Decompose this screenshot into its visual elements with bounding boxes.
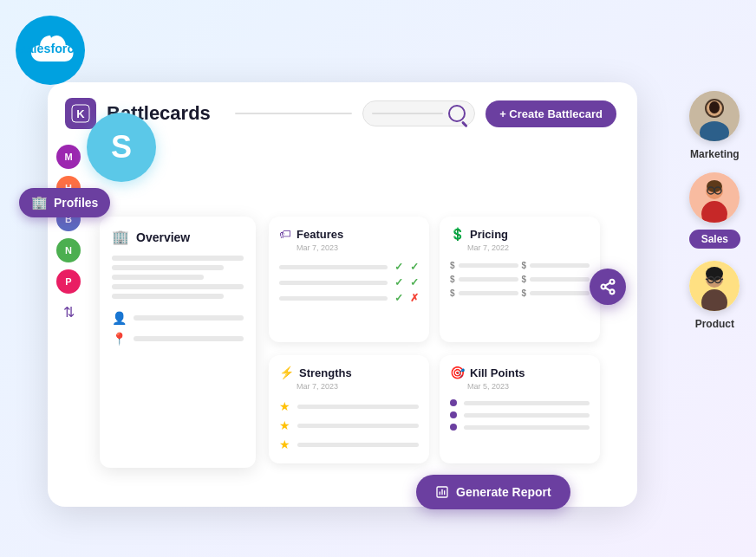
bullet-line-3: [464, 425, 590, 430]
marketing-avatar: [689, 91, 740, 141]
dollar-4: $: [522, 275, 527, 284]
star-line-1: [297, 405, 419, 409]
features-date: Mar 7, 2023: [279, 243, 419, 252]
sales-pill: Sales: [689, 230, 740, 249]
strengths-date: Mar 7, 2023: [279, 382, 419, 391]
expand-icon[interactable]: ⇅: [63, 304, 75, 321]
overview-line-3: [112, 275, 204, 280]
dollar-6: $: [522, 288, 527, 298]
price-line-4: [530, 277, 590, 282]
price-row-2: $ $: [450, 275, 590, 284]
sales-card: Sales: [689, 172, 740, 249]
kill-points-header: 🎯 Kill Points: [450, 366, 590, 379]
svg-line-32: [721, 279, 724, 280]
profiles-pill-icon: 🏢: [31, 195, 48, 210]
profiles-pill[interactable]: 🏢 Profiles: [19, 188, 110, 217]
svg-line-6: [605, 288, 610, 290]
star-1: ★: [279, 399, 290, 413]
s-letter: S: [111, 129, 132, 165]
sidebar-avatar-m[interactable]: M: [56, 145, 81, 169]
price-line-3: [459, 277, 518, 282]
pricing-table: $ $ $ $ $ $: [450, 261, 590, 298]
search-icon: [448, 105, 466, 122]
overview-line-4: [112, 284, 244, 289]
overview-card: 🏢 Overview 👤 📍: [100, 217, 256, 468]
kill-points-icon: 🎯: [450, 366, 465, 379]
share-button[interactable]: [590, 269, 626, 305]
create-battlecard-button[interactable]: + Create Battlecard: [486, 100, 616, 127]
star-line-3: [297, 443, 419, 447]
svg-line-31: [706, 279, 708, 280]
strengths-card: ⚡ Strengths Mar 7, 2023 ★ ★ ★: [269, 355, 429, 463]
bullet-3: [450, 424, 457, 431]
check-1: ✓: [394, 261, 403, 273]
features-check-line-1: [279, 265, 388, 269]
generate-report-icon: [435, 485, 449, 499]
svg-point-16: [709, 101, 720, 113]
features-icon: 🏷: [279, 227, 291, 241]
price-line-1: [459, 263, 518, 268]
app-logo-icon: K: [65, 98, 96, 129]
price-row-3: $ $: [450, 288, 590, 298]
features-check-line-2: [279, 281, 388, 285]
features-row-1: ✓ ✓: [279, 261, 419, 273]
overview-icon: 🏢: [112, 229, 129, 245]
star-line-2: [297, 424, 419, 428]
overview-person-row-1: 👤: [112, 311, 244, 325]
bullet-row-2: [450, 411, 590, 418]
check-3: ✓: [394, 276, 403, 288]
sales-avatar: [689, 172, 740, 223]
pricing-title: Pricing: [470, 228, 508, 241]
kill-points-date: Mar 5, 2023: [450, 382, 590, 391]
svg-line-7: [605, 282, 610, 285]
features-title: Features: [297, 228, 343, 241]
marketing-person-svg: [689, 91, 740, 141]
overview-title: 🏢 Overview: [112, 229, 244, 245]
search-bar[interactable]: [362, 100, 475, 126]
kill-points-card: 🎯 Kill Points Mar 5, 2023: [440, 355, 600, 463]
product-label: Product: [695, 318, 734, 330]
price-line-5: [459, 291, 518, 295]
marketing-card: Marketing: [689, 91, 740, 160]
features-row-3: ✓ ✗: [279, 292, 419, 304]
bullet-row-1: [450, 399, 590, 406]
features-card: 🏷 Features Mar 7, 2023 ✓ ✓ ✓ ✓ ✓: [269, 217, 429, 342]
strengths-header: ⚡ Strengths: [279, 366, 419, 379]
pricing-header: 💲 Pricing: [450, 227, 590, 241]
check-5: ✓: [394, 292, 403, 304]
pricing-card: 💲 Pricing Mar 7, 2022 $ $ $ $ $: [440, 217, 600, 342]
star-3: ★: [279, 437, 290, 451]
features-table: ✓ ✓ ✓ ✓ ✓ ✗: [279, 261, 419, 304]
root: salesforce K Battlecards + Create Battle…: [0, 0, 756, 557]
overview-label: Overview: [136, 230, 190, 244]
kill-points-list: [450, 399, 590, 431]
dollar-3: $: [450, 275, 455, 284]
bullet-line-2: [464, 413, 590, 418]
sales-person-svg: [689, 172, 740, 223]
pricing-icon: 💲: [450, 227, 465, 241]
features-row-2: ✓ ✓: [279, 276, 419, 288]
strengths-list: ★ ★ ★: [279, 399, 419, 451]
right-panel: Marketing Sales: [689, 91, 740, 330]
share-icon: [599, 278, 616, 295]
svg-text:salesforce: salesforce: [21, 42, 80, 55]
product-person-svg: [689, 261, 740, 311]
generate-report-button[interactable]: Generate Report: [416, 475, 570, 509]
bullet-line-1: [464, 401, 590, 405]
strengths-icon: ⚡: [279, 366, 294, 379]
person-icon-1: 👤: [112, 311, 127, 325]
price-line-6: [530, 291, 590, 295]
profiles-pill-label: Profiles: [54, 196, 98, 210]
star-row-1: ★: [279, 399, 419, 413]
dollar-2: $: [522, 261, 527, 270]
sidebar-avatar-p[interactable]: P: [56, 269, 81, 294]
sidebar-avatar-n[interactable]: N: [56, 238, 81, 262]
k-logo-svg: K: [71, 104, 90, 123]
price-row-1: $ $: [450, 261, 590, 270]
dollar-5: $: [450, 288, 455, 298]
person-line-2: [134, 336, 244, 341]
overview-line-5: [112, 294, 224, 299]
pricing-date: Mar 7, 2022: [450, 243, 590, 252]
salesforce-logo-svg: salesforce: [21, 29, 80, 71]
check-2: ✓: [410, 261, 419, 273]
